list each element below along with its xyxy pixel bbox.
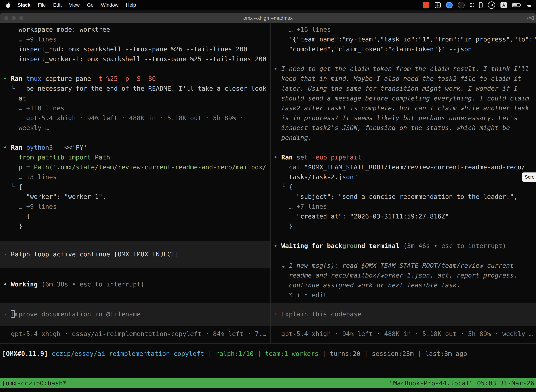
menu-item-edit[interactable]: Edit bbox=[53, 2, 62, 8]
terminal-line: › Explain this codebase bbox=[271, 309, 361, 319]
iphone-mirroring-icon[interactable] bbox=[479, 2, 483, 8]
terminal-line: } bbox=[271, 221, 536, 231]
text-segment: Ran bbox=[11, 144, 22, 151]
text-segment: from pathlib import Path bbox=[3, 154, 110, 161]
menu-bar: Slack File Edit View Go Window Help 61 A bbox=[0, 0, 536, 10]
window-manager-icon[interactable] bbox=[435, 2, 441, 8]
text-segment: cat bbox=[289, 163, 300, 171]
text-segment: gpt-5.4 xhigh · essay/ai-reimplementatio… bbox=[3, 330, 266, 337]
text-segment: | bbox=[254, 350, 265, 357]
terminal-line: is in progress? It seems likely but perh… bbox=[271, 113, 536, 123]
app-grid-icon[interactable] bbox=[470, 3, 474, 7]
text-segment: later. Using the same for transition mig… bbox=[274, 85, 517, 92]
text-segment: I bbox=[11, 311, 15, 318]
window-title-bar[interactable]: omx --xhigh --madmax ⌥⌘1 bbox=[0, 13, 536, 23]
blue-app-icon[interactable] bbox=[446, 2, 453, 9]
battery-icon[interactable] bbox=[512, 3, 520, 7]
text-segment: keep that in mind. Maybe I also need the… bbox=[274, 75, 522, 82]
battery-percentage-badge[interactable]: 61 bbox=[488, 1, 495, 9]
menu-bar-status-icons: 61 A bbox=[423, 1, 533, 9]
terminal-line: should send a message before completing … bbox=[271, 93, 536, 103]
text-segment: (6m 38s • esc to interrupt) bbox=[42, 281, 144, 288]
text-segment: › bbox=[3, 251, 11, 258]
menu-item-file[interactable]: File bbox=[38, 2, 46, 8]
menu-item-go[interactable]: Go bbox=[87, 2, 94, 8]
text-segment: └ bbox=[274, 183, 289, 190]
terminal-line: • I need to get the claim token from the… bbox=[271, 64, 536, 74]
input-source-icon[interactable]: A bbox=[500, 2, 507, 8]
text-segment bbox=[293, 154, 297, 161]
text-segment: └ bbox=[3, 183, 19, 190]
text-segment: - <<'PY' bbox=[53, 144, 87, 151]
text-segment: └ bbox=[3, 85, 26, 92]
terminal-line bbox=[271, 231, 536, 241]
terminal-line: … +9 lines bbox=[0, 34, 270, 44]
terminal-line: └ { bbox=[0, 182, 270, 192]
terminal-line: … +9 lines bbox=[0, 202, 270, 211]
text-segment: [OMX#0.11.9] bbox=[2, 350, 48, 357]
terminal-line: tasks/task-2.json" bbox=[271, 172, 536, 182]
text-segment: "subject": "send a concise recommendatio… bbox=[274, 193, 517, 200]
terminal-line: ↳ 1 new msg(s): read $OMX_TEAM_STATE_ROO… bbox=[271, 261, 536, 271]
text-segment: … +7 lines bbox=[274, 203, 327, 210]
omx-hud: [OMX#0.11.9] cczip/essay/ai-reimplementa… bbox=[0, 344, 536, 378]
text-segment: python3 bbox=[26, 144, 53, 151]
apple-menu-icon[interactable] bbox=[6, 2, 10, 8]
terminal-line: › Improve documentation in @filename bbox=[0, 309, 140, 319]
text-segment: session:23m bbox=[372, 350, 414, 357]
spacer bbox=[271, 300, 536, 303]
text-segment bbox=[22, 75, 26, 82]
wifi-icon[interactable] bbox=[526, 2, 533, 8]
menu-item-help[interactable]: Help bbox=[126, 2, 136, 8]
text-segment: "created_at": "2026-03-31T11:59:27.816Z" bbox=[274, 213, 449, 220]
composer-input[interactable]: › Explain this codebase bbox=[271, 303, 536, 326]
text-segment: inspect task2's JSON, focusing on the st… bbox=[274, 124, 510, 131]
tmux-session-window[interactable]: [omx-cczip0:bash* bbox=[2, 379, 67, 387]
text-segment: Explain this codebase bbox=[281, 311, 361, 318]
right-pane[interactable]: … +16 lines '{"team_name":"my-team","tas… bbox=[271, 23, 536, 343]
text-segment: "worker": "worker-1", bbox=[3, 193, 106, 200]
terminal-line: at bbox=[0, 93, 270, 103]
terminal-line: inspect_worker-1: omx sparkshell --tmux-… bbox=[0, 54, 270, 64]
text-segment: | bbox=[360, 350, 372, 357]
composer-input[interactable]: › Improve documentation in @filename bbox=[0, 303, 270, 326]
text-segment bbox=[38, 281, 42, 288]
text-segment bbox=[274, 163, 289, 171]
left-pane[interactable]: workspace_mode: worktree … +9 lines insp… bbox=[0, 23, 270, 343]
text-segment: • bbox=[274, 154, 281, 161]
text-segment: inspect_worker-1: omx sparkshell --tmux-… bbox=[3, 55, 266, 62]
text-segment: | bbox=[318, 350, 330, 357]
text-segment bbox=[48, 350, 52, 357]
menu-item-view[interactable]: View bbox=[69, 2, 80, 8]
terminal-line: from pathlib import Path bbox=[0, 152, 270, 162]
active-app-name[interactable]: Slack bbox=[18, 2, 30, 8]
terminal-line: └ { bbox=[271, 182, 536, 192]
text-segment: I need to get the claim token from the c… bbox=[281, 65, 529, 72]
terminal-line: inspect_hud: omx sparkshell --tmux-pane … bbox=[0, 44, 270, 54]
text-segment: team:1 workers bbox=[265, 350, 318, 357]
terminal-line: gpt-5.4 xhigh · 94% left · 488K in · 5.1… bbox=[271, 329, 536, 339]
terminal-line: • Ran python3 - <<'PY' bbox=[0, 143, 270, 152]
menu-item-window[interactable]: Window bbox=[101, 2, 119, 8]
terminal-window: omx --xhigh --madmax ⌥⌘1 workspace_mode:… bbox=[0, 13, 536, 392]
terminal-line: continue assigned work or next feasible … bbox=[271, 280, 536, 290]
text-segment: "$OMX_TEAM_STATE_ROOT/team/review-curren… bbox=[300, 163, 525, 171]
text-segment: ] bbox=[3, 213, 30, 220]
text-segment: mprove documentation in @filename bbox=[15, 311, 140, 318]
terminal-line: ] bbox=[0, 211, 270, 221]
text-segment: nd terminal bbox=[358, 242, 399, 249]
screen-recording-indicator-icon[interactable] bbox=[423, 2, 429, 9]
text-segment: ⌥ + ↑ edit bbox=[274, 291, 327, 299]
text-segment: Ralph loop active continue [OMX_TMUX_INJ… bbox=[11, 251, 179, 258]
terminal-line: … +3 lines bbox=[0, 172, 270, 182]
terminal-line: • Working (6m 38s • esc to interrupt) bbox=[0, 280, 270, 289]
text-segment: tasks/task-2.json" bbox=[274, 173, 358, 181]
text-segment: } bbox=[3, 223, 22, 230]
terminal-line: inspect task2's JSON, focusing on the st… bbox=[271, 123, 536, 133]
dark-app-icon[interactable] bbox=[458, 2, 464, 9]
terminal-line: keep that in mind. Maybe I also need the… bbox=[271, 74, 536, 84]
spacer bbox=[0, 289, 270, 303]
text-segment: -euo pipefail bbox=[312, 154, 361, 161]
text-segment: ↳ bbox=[274, 262, 289, 269]
text-segment: ralph:1/10 bbox=[215, 350, 254, 357]
